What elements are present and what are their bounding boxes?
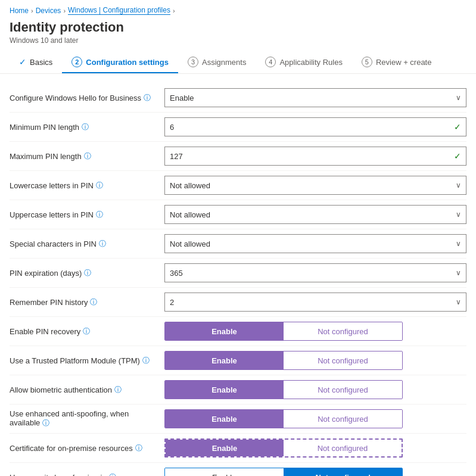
row-certificate: Certificate for on-premise resources ⓘ E…: [10, 434, 466, 463]
toggle-security-keys: Enable Not configured: [164, 468, 403, 476]
control-biometric: Enable Not configured: [164, 380, 466, 399]
info-tpm[interactable]: ⓘ: [142, 356, 150, 366]
control-uppercase: Not allowed ∨: [164, 205, 466, 224]
toggle-enable-certificate[interactable]: Enable: [166, 440, 284, 456]
toggle-tpm: Enable Not configured: [164, 351, 403, 370]
toggle-notconfig-biometric[interactable]: Not configured: [284, 381, 402, 399]
tab-applicability[interactable]: 4 Applicability Rules: [256, 52, 352, 73]
tab-assignments-label: Assignments: [202, 58, 246, 67]
toggle-enable-security-keys[interactable]: Enable: [165, 468, 284, 476]
control-max-pin: 127 ✓: [164, 147, 466, 166]
control-lowercase: Not allowed ∨: [164, 176, 466, 195]
row-configure-hello: Configure Windows Hello for Business ⓘ E…: [10, 83, 466, 113]
control-configure-hello: Enable ∨: [164, 88, 466, 107]
info-certificate[interactable]: ⓘ: [135, 443, 142, 453]
toggle-enable-tpm[interactable]: Enable: [165, 351, 284, 369]
row-recovery: Enable PIN recovery ⓘ Enable Not configu…: [10, 317, 466, 346]
dropdown-lowercase[interactable]: Not allowed ∨: [164, 176, 466, 195]
label-uppercase: Uppercase letters in PIN ⓘ: [10, 210, 164, 220]
toggle-notconfig-security-keys[interactable]: Not configured: [284, 468, 403, 476]
info-min-pin[interactable]: ⓘ: [82, 122, 89, 132]
row-max-pin: Maximum PIN length ⓘ 127 ✓: [10, 142, 466, 171]
info-recovery[interactable]: ⓘ: [83, 326, 90, 337]
info-history[interactable]: ⓘ: [90, 297, 97, 307]
info-uppercase[interactable]: ⓘ: [96, 210, 103, 220]
tab-review-label: Review + create: [376, 58, 432, 67]
label-max-pin: Maximum PIN length ⓘ: [10, 151, 164, 161]
tab-config[interactable]: 2 Configuration settings: [62, 52, 178, 73]
tab-config-number: 2: [71, 57, 82, 67]
info-special[interactable]: ⓘ: [99, 239, 106, 249]
info-lowercase[interactable]: ⓘ: [96, 181, 103, 191]
dropdown-history[interactable]: 2 ∨: [164, 293, 466, 312]
breadcrumb-sep3: ›: [173, 7, 175, 14]
toggle-notconfig-certificate[interactable]: Not configured: [284, 440, 402, 456]
page-title: Identity protection: [0, 17, 476, 36]
label-recovery: Enable PIN recovery ⓘ: [10, 326, 164, 337]
dropdown-uppercase[interactable]: Not allowed ∨: [164, 205, 466, 224]
label-security-keys: Use security keys for sign-in ⓘ: [10, 472, 164, 477]
tab-assignments[interactable]: 3 Assignments: [178, 52, 256, 73]
tab-applicability-number: 4: [265, 57, 276, 67]
tab-review[interactable]: 5 Review + create: [352, 52, 441, 73]
dropdown-configure-hello[interactable]: Enable ∨: [164, 88, 466, 107]
toggle-notconfig-recovery[interactable]: Not configured: [284, 322, 402, 340]
input-max-pin[interactable]: 127 ✓: [164, 147, 466, 166]
row-uppercase: Uppercase letters in PIN ⓘ Not allowed ∨: [10, 200, 466, 229]
dropdown-special[interactable]: Not allowed ∨: [164, 234, 466, 253]
check-icon-min-pin: ✓: [454, 122, 461, 132]
dropdown-expiration[interactable]: 365 ∨: [164, 263, 466, 282]
label-configure-hello: Configure Windows Hello for Business ⓘ: [10, 93, 164, 103]
control-security-keys: Enable Not configured: [164, 468, 466, 476]
toggle-notconfig-tpm[interactable]: Not configured: [284, 351, 402, 369]
row-security-keys: Use security keys for sign-in ⓘ Enable N…: [10, 463, 466, 476]
input-min-pin[interactable]: 6 ✓: [164, 117, 466, 136]
chevron-down-icon: ∨: [456, 94, 461, 102]
tab-assignments-number: 3: [188, 57, 198, 67]
breadcrumb-config-profiles[interactable]: Windows | Configuration profiles: [68, 6, 170, 15]
info-security-keys[interactable]: ⓘ: [109, 472, 116, 477]
chevron-down-icon: ∨: [456, 181, 461, 189]
control-tpm: Enable Not configured: [164, 351, 466, 370]
breadcrumb-sep1: ›: [31, 7, 33, 14]
info-configure-hello[interactable]: ⓘ: [144, 93, 151, 103]
toggle-antispoofing: Enable Not configured: [164, 409, 403, 428]
label-min-pin: Minimum PIN length ⓘ: [10, 122, 164, 132]
label-antispoofing: Use enhanced anti-spoofing, when availab…: [10, 409, 164, 428]
control-min-pin: 6 ✓: [164, 117, 466, 136]
toggle-enable-recovery[interactable]: Enable: [165, 322, 284, 340]
check-icon-max-pin: ✓: [454, 151, 461, 161]
info-biometric[interactable]: ⓘ: [114, 385, 122, 395]
control-recovery: Enable Not configured: [164, 322, 466, 341]
info-antispoofing[interactable]: ⓘ: [42, 419, 49, 427]
label-tpm: Use a Trusted Platform Module (TPM) ⓘ: [10, 356, 164, 366]
label-certificate: Certificate for on-premise resources ⓘ: [10, 443, 164, 453]
row-tpm: Use a Trusted Platform Module (TPM) ⓘ En…: [10, 346, 466, 375]
chevron-down-icon: ∨: [456, 298, 461, 306]
chevron-down-icon: ∨: [456, 269, 461, 277]
control-history: 2 ∨: [164, 293, 466, 312]
row-lowercase: Lowercase letters in PIN ⓘ Not allowed ∨: [10, 171, 466, 200]
row-expiration: PIN expiration (days) ⓘ 365 ∨: [10, 259, 466, 288]
row-history: Remember PIN history ⓘ 2 ∨: [10, 288, 466, 317]
toggle-enable-biometric[interactable]: Enable: [165, 381, 284, 399]
breadcrumb: Home › Devices › Windows | Configuration…: [0, 0, 476, 17]
breadcrumb-home[interactable]: Home: [10, 7, 29, 15]
control-certificate: Enable Not configured: [164, 438, 466, 458]
form-content: Configure Windows Hello for Business ⓘ E…: [0, 83, 476, 476]
info-expiration[interactable]: ⓘ: [84, 268, 91, 278]
info-max-pin[interactable]: ⓘ: [84, 151, 91, 161]
toggle-enable-antispoofing[interactable]: Enable: [165, 410, 284, 428]
tab-applicability-label: Applicability Rules: [279, 58, 343, 67]
toggle-notconfig-antispoofing[interactable]: Not configured: [284, 410, 402, 428]
label-expiration: PIN expiration (days) ⓘ: [10, 268, 164, 278]
label-special: Special characters in PIN ⓘ: [10, 239, 164, 249]
row-min-pin: Minimum PIN length ⓘ 6 ✓: [10, 113, 466, 142]
control-special: Not allowed ∨: [164, 234, 466, 253]
tab-config-label: Configuration settings: [86, 58, 169, 67]
tab-basics[interactable]: ✓ Basics: [10, 52, 62, 73]
row-biometric: Allow biometric authentication ⓘ Enable …: [10, 375, 466, 405]
control-antispoofing: Enable Not configured: [164, 409, 466, 428]
breadcrumb-devices[interactable]: Devices: [36, 7, 61, 15]
row-antispoofing: Use enhanced anti-spoofing, when availab…: [10, 405, 466, 434]
